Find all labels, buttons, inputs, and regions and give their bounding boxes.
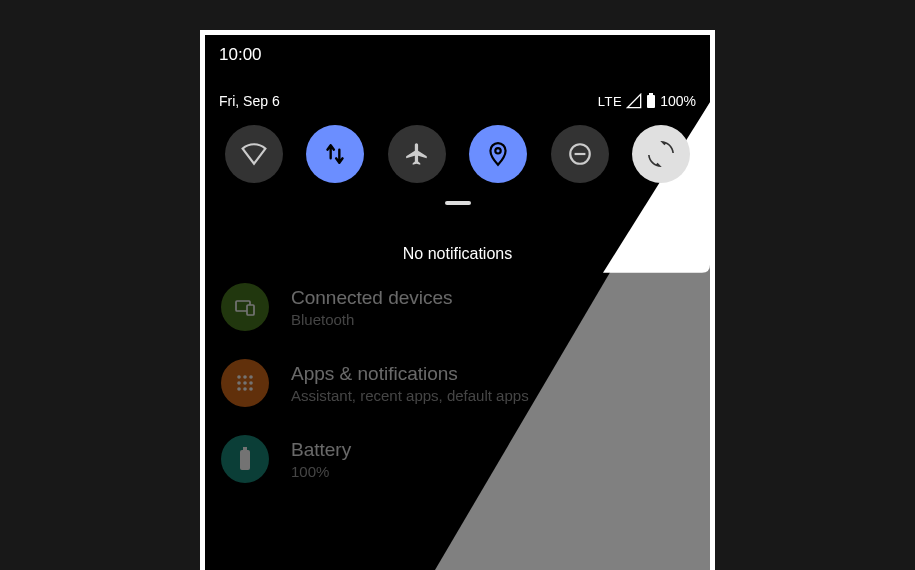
svg-rect-16 xyxy=(240,450,250,470)
qs-airplane-tile[interactable] xyxy=(388,125,446,183)
svg-point-13 xyxy=(237,387,241,391)
auto-rotate-icon xyxy=(648,141,674,167)
signal-icon xyxy=(626,93,642,109)
settings-subtitle: Assistant, recent apps, default apps xyxy=(291,387,529,404)
svg-point-8 xyxy=(243,375,247,379)
no-notifications-label: No notifications xyxy=(205,245,710,263)
svg-point-10 xyxy=(237,381,241,385)
settings-list: Connected devices Bluetooth Apps & notif… xyxy=(205,263,710,497)
quick-settings-row xyxy=(205,113,710,189)
apps-icon xyxy=(221,359,269,407)
svg-point-9 xyxy=(249,375,253,379)
settings-subtitle: Bluetooth xyxy=(291,311,453,328)
phone-screen: 10:00 Fri, Sep 6 LTE 100% xyxy=(205,35,710,570)
qs-mobile-data-tile[interactable] xyxy=(306,125,364,183)
settings-title: Apps & notifications xyxy=(291,363,529,385)
settings-subtitle: 100% xyxy=(291,463,351,480)
svg-point-11 xyxy=(243,381,247,385)
network-type-label: LTE xyxy=(598,94,622,109)
qs-dnd-tile[interactable] xyxy=(551,125,609,183)
mobile-data-icon xyxy=(322,141,348,167)
airplane-icon xyxy=(404,141,430,167)
status-bar: Fri, Sep 6 LTE 100% xyxy=(205,71,710,113)
qs-rotate-tile[interactable] xyxy=(632,125,690,183)
battery-percentage: 100% xyxy=(660,93,696,109)
wifi-icon xyxy=(241,141,267,167)
svg-point-7 xyxy=(237,375,241,379)
battery-setting-icon xyxy=(221,435,269,483)
settings-item-connected-devices[interactable]: Connected devices Bluetooth xyxy=(205,269,710,345)
settings-item-apps[interactable]: Apps & notifications Assistant, recent a… xyxy=(205,345,710,421)
settings-item-battery[interactable]: Battery 100% xyxy=(205,421,710,497)
phone-frame: 10:00 Fri, Sep 6 LTE 100% xyxy=(200,30,715,570)
svg-rect-2 xyxy=(649,93,653,95)
svg-point-15 xyxy=(249,387,253,391)
do-not-disturb-icon xyxy=(567,141,593,167)
shade-expand-handle[interactable] xyxy=(445,201,471,205)
svg-rect-1 xyxy=(647,95,655,108)
svg-rect-6 xyxy=(247,305,254,315)
battery-icon xyxy=(646,93,656,109)
location-icon xyxy=(485,141,511,167)
svg-point-14 xyxy=(243,387,247,391)
status-date: Fri, Sep 6 xyxy=(219,93,280,109)
settings-title: Battery xyxy=(291,439,351,461)
svg-point-12 xyxy=(249,381,253,385)
status-time: 10:00 xyxy=(205,35,710,71)
settings-title: Connected devices xyxy=(291,287,453,309)
devices-icon xyxy=(221,283,269,331)
qs-wifi-tile[interactable] xyxy=(225,125,283,183)
svg-rect-17 xyxy=(243,447,247,450)
qs-location-tile[interactable] xyxy=(469,125,527,183)
status-indicators: LTE 100% xyxy=(598,93,696,109)
notification-shade: 10:00 Fri, Sep 6 LTE 100% xyxy=(205,35,710,263)
